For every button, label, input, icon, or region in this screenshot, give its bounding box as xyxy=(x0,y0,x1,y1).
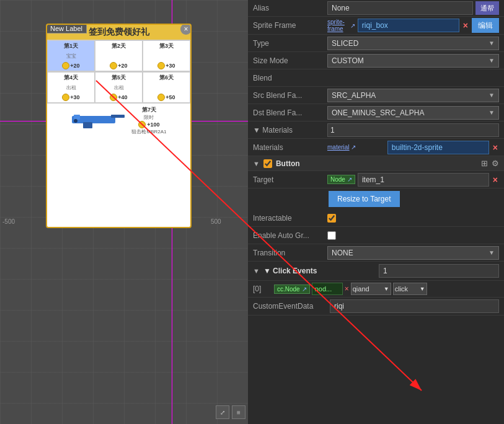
enable-auto-gr-value xyxy=(327,231,499,240)
interactable-checkbox[interactable] xyxy=(327,214,336,223)
day-7-sub: 限时 xyxy=(144,114,154,121)
alias-input[interactable]: None xyxy=(327,1,473,15)
materials-link-text[interactable]: material xyxy=(327,144,350,151)
sprite-container: New Label × 签到免费领好礼 第1天 宝宝 +20 第2天 xyxy=(46,24,192,228)
src-blend-dropdown-arrow: ▼ xyxy=(489,92,495,99)
alias-button[interactable]: 通帮 xyxy=(475,1,499,15)
event-node-input[interactable] xyxy=(312,283,343,295)
transition-dropdown[interactable]: NONE ▼ xyxy=(327,246,499,260)
src-blend-dropdown-value: SRC_ALPHA xyxy=(332,91,376,100)
size-mode-row: Size Mode CUSTOM ▼ xyxy=(248,52,504,69)
resize-to-target-btn[interactable]: Resize to Target xyxy=(329,191,400,207)
type-dropdown-value: SLICED xyxy=(332,39,358,48)
day-6-label: 第6天 xyxy=(159,74,174,82)
custom-event-row: CustomEventData xyxy=(248,298,504,316)
gun-illustration xyxy=(71,110,126,131)
day-5-label: 第5天 xyxy=(112,74,126,82)
type-dropdown-arrow: ▼ xyxy=(489,40,495,46)
coord-right: 500 xyxy=(211,218,221,225)
target-input[interactable] xyxy=(358,173,489,187)
event-type-dropdown[interactable]: click ▼ xyxy=(393,283,427,295)
type-label: Type xyxy=(253,39,327,48)
materials-clear-btn[interactable]: × xyxy=(492,143,499,152)
type-dropdown[interactable]: SLICED ▼ xyxy=(327,37,499,50)
transition-dropdown-arrow: ▼ xyxy=(489,249,495,256)
day-2-coin-icon xyxy=(110,62,117,69)
reward-grid-row1: 第1天 宝宝 +20 第2天 +20 第3天 xyxy=(47,40,190,72)
click-events-title: ▼ Click Events xyxy=(263,267,375,275)
day-5-amount: +40 xyxy=(118,94,127,100)
custom-event-input[interactable] xyxy=(330,299,499,313)
button-section-toggle[interactable]: ▼ xyxy=(253,160,260,167)
materials-label: Materials xyxy=(253,143,327,152)
event-func-dropdown[interactable]: qiand ▼ xyxy=(351,283,391,295)
target-node-tag: Node ↗ xyxy=(327,175,355,184)
target-row: Target Node ↗ × xyxy=(248,171,504,188)
sprite-frame-clear-btn[interactable]: × xyxy=(462,20,469,30)
type-row: Type SLICED ▼ xyxy=(248,35,504,52)
target-link-icon[interactable]: ↗ xyxy=(347,176,352,183)
layout-icon-btn[interactable]: ≡ xyxy=(232,405,245,419)
sprite-frame-external-icon[interactable]: ↗ xyxy=(350,22,355,29)
size-mode-dropdown[interactable]: CUSTOM ▼ xyxy=(327,54,499,68)
sprite-frame-link-icon[interactable]: sprite-frame xyxy=(327,19,348,32)
src-blend-dropdown[interactable]: SRC_ALPHA ▼ xyxy=(327,89,499,102)
event-node-link[interactable]: ↗ xyxy=(302,286,307,293)
src-blend-label: Src Blend Fa... xyxy=(253,91,327,100)
resize-to-target-container: Resize to Target xyxy=(248,188,504,210)
event-node-tag-area: cc.Node ↗ xyxy=(274,285,310,294)
canvas-area: -500 0 500 New Label × 签到免费领好礼 第1天 宝宝 +2… xyxy=(0,0,248,424)
day-4-label: 第4天 xyxy=(64,74,78,82)
interactable-label: Interactable xyxy=(253,214,327,223)
day-1-label: 第1天 xyxy=(64,42,78,50)
target-clear-btn[interactable]: × xyxy=(492,175,499,185)
event-0-content: cc.Node ↗ × qiand ▼ click ▼ xyxy=(274,283,499,295)
button-section-grid-icon[interactable]: ⊞ xyxy=(481,159,488,168)
click-events-toggle[interactable]: ▼ xyxy=(253,267,260,275)
reward-grid-row2: 第4天 出租 +30 第5天 出租 +40 第6天 xyxy=(47,72,190,104)
sprite-frame-edit-btn[interactable]: 编辑 xyxy=(472,18,499,33)
day-7-label: 第7天 xyxy=(142,106,156,114)
day-7-info: 第7天 限时 +100 狙击枪MBR2A1 xyxy=(131,106,166,135)
button-section-title: Button xyxy=(276,159,477,168)
button-section-checkbox[interactable] xyxy=(263,159,272,168)
dst-blend-dropdown[interactable]: ONE_MINUS_SRC_ALPHA ▼ xyxy=(327,106,499,120)
event-func-value: qiand xyxy=(353,285,369,293)
event-func-arrow: ▼ xyxy=(384,286,389,292)
day-1-cell: 第1天 宝宝 +20 xyxy=(47,40,95,71)
day-1-coin-row: +20 xyxy=(62,62,79,69)
button-section-gear-icon[interactable]: ⚙ xyxy=(492,159,499,168)
materials-input[interactable] xyxy=(387,141,489,154)
gun-svg xyxy=(71,110,126,131)
event-node-clear-btn[interactable]: × xyxy=(345,285,349,293)
day-7-amount: +100 xyxy=(147,121,159,128)
sprite-frame-value: sprite-frame ↗ × 编辑 xyxy=(327,18,499,33)
day-1-sub: 宝宝 xyxy=(66,53,76,60)
target-label: Target xyxy=(253,175,327,184)
dst-blend-dropdown-value: ONE_MINUS_SRC_ALPHA xyxy=(332,108,424,117)
materials-count-input[interactable] xyxy=(327,123,499,137)
alias-value-area: None 通帮 xyxy=(327,1,499,15)
size-mode-dropdown-value: CUSTOM xyxy=(332,56,364,65)
blend-row: Blend xyxy=(248,69,504,87)
click-events-count-input[interactable] xyxy=(379,264,499,278)
size-mode-value: CUSTOM ▼ xyxy=(327,54,499,68)
close-button[interactable]: × xyxy=(180,24,192,35)
materials-count-row: ▼ Materials xyxy=(248,121,504,139)
dst-blend-value: ONE_MINUS_SRC_ALPHA ▼ xyxy=(327,106,499,120)
new-label-badge: New Label xyxy=(46,24,87,33)
src-blend-value: SRC_ALPHA ▼ xyxy=(327,89,499,102)
expand-icon-btn[interactable]: ⤢ xyxy=(216,405,229,419)
size-mode-dropdown-arrow: ▼ xyxy=(489,57,495,64)
materials-external-icon[interactable]: ↗ xyxy=(351,144,356,151)
button-section-header: ▼ Button ⊞ ⚙ xyxy=(248,156,504,171)
target-node-text: Node xyxy=(330,176,345,183)
sprite-frame-row: Sprite Frame sprite-frame ↗ × 编辑 xyxy=(248,17,504,35)
sprite-frame-input[interactable] xyxy=(358,19,459,32)
transition-value: NONE ▼ xyxy=(327,246,499,260)
event-node-tag: cc.Node ↗ xyxy=(274,285,310,294)
event-type-arrow: ▼ xyxy=(420,286,425,292)
day-3-coin-icon xyxy=(157,62,165,69)
coord-left: -500 xyxy=(2,218,15,225)
enable-auto-gr-checkbox[interactable] xyxy=(327,231,336,240)
